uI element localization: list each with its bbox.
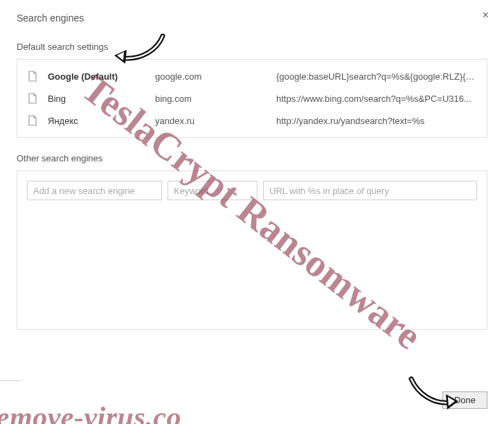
divider-line bbox=[0, 380, 21, 381]
default-engines-list: Google (Default) google.com {google:base… bbox=[17, 60, 487, 137]
engine-url: https://www.bing.com/search?q=%s&PC=U316… bbox=[276, 94, 477, 104]
search-engines-dialog: × Search engines Default search settings… bbox=[0, 0, 504, 424]
engine-keyword: yandex.ru bbox=[155, 116, 276, 126]
close-button[interactable]: × bbox=[483, 10, 489, 21]
add-engine-row bbox=[27, 181, 477, 200]
engine-keyword: google.com bbox=[155, 71, 276, 82]
engine-row[interactable]: Bing bing.com https://www.bing.com/searc… bbox=[17, 87, 487, 109]
engine-url: http://yandex.ru/yandsearch?text=%s bbox=[276, 116, 477, 126]
engine-name: Яндекс bbox=[48, 116, 155, 126]
engine-name: Bing bbox=[48, 94, 155, 104]
engine-url: {google:baseURL}search?q=%s&{google:RLZ}… bbox=[276, 71, 477, 82]
engine-row[interactable]: Google (Default) google.com {google:base… bbox=[17, 65, 487, 87]
page-icon bbox=[27, 93, 38, 104]
new-engine-url-input[interactable] bbox=[263, 181, 477, 200]
page-icon bbox=[27, 115, 38, 126]
other-engines-box bbox=[17, 170, 487, 330]
engine-name: Google (Default) bbox=[48, 71, 155, 82]
engine-keyword: bing.com bbox=[155, 94, 276, 104]
engine-row[interactable]: Яндекс yandex.ru http://yandex.ru/yandse… bbox=[17, 109, 487, 132]
default-section-label: Default search settings bbox=[17, 42, 487, 52]
new-engine-keyword-input[interactable] bbox=[168, 181, 258, 200]
dialog-title: Search engines bbox=[17, 12, 487, 24]
new-engine-name-input[interactable] bbox=[27, 181, 162, 200]
page-icon bbox=[27, 71, 38, 82]
other-section-label: Other search engines bbox=[17, 153, 487, 164]
default-engines-box: Google (Default) google.com {google:base… bbox=[17, 59, 487, 138]
done-button[interactable]: Done bbox=[442, 391, 487, 409]
